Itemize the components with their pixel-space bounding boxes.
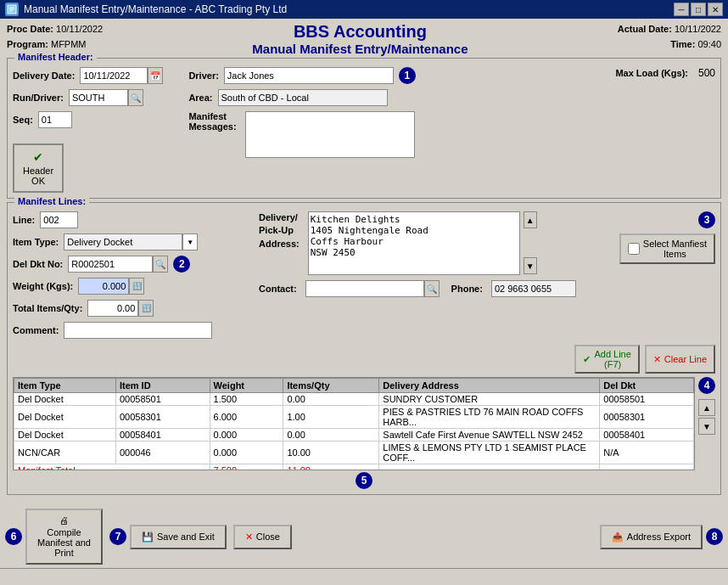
- add-line-button[interactable]: ✔ Add Line(F7): [574, 345, 639, 374]
- header-ok-button[interactable]: ✔ HeaderOK: [13, 143, 64, 193]
- compile-manifest-button[interactable]: 🖨 CompileManifest andPrint: [25, 509, 103, 565]
- time-value: 09:40: [697, 39, 721, 49]
- line-input[interactable]: [40, 211, 78, 228]
- del-dkt-search-button[interactable]: 🔍: [153, 256, 168, 273]
- cell-items-qty: 0.00: [283, 393, 379, 406]
- close-button-footer[interactable]: ✕ Close: [233, 525, 292, 549]
- checkmark-icon: ✔: [33, 150, 43, 164]
- item-type-dropdown-button[interactable]: ▼: [182, 233, 198, 250]
- program-value: MFPMM: [51, 39, 87, 49]
- address-scroll-up[interactable]: ▲: [524, 211, 537, 228]
- contact-label: Contact:: [259, 284, 297, 294]
- delivery-date-input[interactable]: [80, 67, 148, 84]
- badge-1: 1: [399, 67, 416, 84]
- manifest-messages-label: ManifestMessages:: [188, 111, 236, 132]
- actual-date-label: Actual Date:: [618, 24, 672, 34]
- total-dkt-empty: [600, 464, 694, 471]
- cell-delivery-address: PIES & PASTRIES LTD 76 MAIN ROAD COFFS H…: [379, 406, 600, 429]
- cell-del-dkt: 00058301: [600, 406, 694, 429]
- manifest-header-title: Manifest Header:: [14, 52, 97, 62]
- total-items-calc-button[interactable]: 🔢: [138, 300, 154, 317]
- badge-7: 7: [109, 528, 126, 545]
- cell-delivery-address: SUNDRY CUSTOMER: [379, 393, 600, 406]
- top-right-info: Actual Date: 10/11/2022 Time: 09:40: [618, 22, 721, 52]
- area-label: Area:: [188, 93, 212, 103]
- driver-input[interactable]: [224, 67, 394, 84]
- cell-weight: 0.000: [210, 429, 283, 442]
- cell-item-id: 00058301: [115, 406, 210, 429]
- total-address-empty: [379, 464, 600, 471]
- manifest-header-group: Manifest Header: Delivery Date: 📅 Run/Dr…: [7, 58, 721, 199]
- manifest-lines-group: Manifest Lines: Line: Item Type:: [7, 202, 721, 495]
- manifest-lines-title: Manifest Lines:: [14, 196, 89, 206]
- calendar-button[interactable]: 📅: [148, 67, 163, 84]
- table-row[interactable]: Del Docket 00058501 1.500 0.00 SUNDRY CU…: [14, 393, 694, 406]
- col-item-id: Item ID: [115, 379, 210, 393]
- scroll-down-button[interactable]: ▼: [698, 418, 715, 435]
- compile-label: CompileManifest andPrint: [37, 527, 91, 558]
- select-manifest-button[interactable]: Select ManfiestItems: [619, 233, 715, 264]
- cell-item-id: 000046: [115, 442, 210, 464]
- minimize-button[interactable]: ─: [674, 3, 689, 16]
- cell-item-id: 00058401: [115, 429, 210, 442]
- col-delivery-address: Delivery Address: [379, 379, 600, 393]
- save-exit-button[interactable]: 💾 Save and Exit: [130, 525, 227, 549]
- header-ok-label: HeaderOK: [23, 166, 53, 186]
- cell-del-dkt: N/A: [600, 442, 694, 464]
- max-load-label: Max Load (Kgs):: [615, 68, 688, 78]
- area-input: [218, 89, 388, 106]
- print-icon: 🖨: [59, 515, 69, 526]
- badge-6: 6: [5, 528, 22, 545]
- run-driver-label: Run/Driver:: [13, 93, 64, 103]
- app-subtitle: Manual Manifest Entry/Maintenance: [103, 42, 618, 56]
- total-row: Manifest Total 7.500 11.00: [14, 464, 694, 471]
- badge-5: 5: [356, 472, 372, 489]
- cell-weight: 1.500: [210, 393, 283, 406]
- weight-calc-button[interactable]: 🔢: [129, 278, 144, 295]
- x-icon: ✕: [653, 354, 661, 365]
- select-manifest-checkbox[interactable]: [628, 243, 640, 255]
- cell-delivery-address: LIMES & LEMONS PTY LTD 1 SEAMIST PLACE C…: [379, 442, 600, 464]
- badge-8: 8: [706, 528, 723, 545]
- comment-input[interactable]: [64, 322, 212, 339]
- badge-4: 4: [698, 377, 715, 394]
- footer-bar: 6 🖨 CompileManifest andPrint 7 💾 Save an…: [0, 505, 728, 568]
- address-scroll-down[interactable]: ▼: [524, 257, 537, 274]
- run-driver-search-button[interactable]: 🔍: [128, 89, 143, 106]
- comment-label: Comment:: [13, 325, 59, 335]
- table-row[interactable]: Del Docket 00058401 0.000 0.00 Sawtell C…: [14, 429, 694, 442]
- close-label: Close: [256, 532, 280, 542]
- contact-search-button[interactable]: 🔍: [424, 280, 440, 297]
- proc-date-label: Proc Date:: [7, 24, 53, 34]
- cell-del-dkt: 00058501: [600, 393, 694, 406]
- top-left-info: Proc Date: 10/11/2022 Program: MFPMM: [7, 22, 103, 52]
- export-icon: 📤: [612, 532, 624, 543]
- maximize-button[interactable]: □: [691, 3, 706, 16]
- cell-items-qty: 0.00: [283, 429, 379, 442]
- scroll-up-button[interactable]: ▲: [698, 399, 715, 416]
- manifest-messages-textarea[interactable]: [245, 111, 415, 158]
- total-items-qty: 11.00: [283, 464, 379, 471]
- weight-input[interactable]: [78, 278, 129, 295]
- total-items-label: Total Items/Qty:: [13, 303, 82, 313]
- table-row[interactable]: NCN/CAR 000046 0.000 10.00 LIMES & LEMON…: [14, 442, 694, 464]
- close-button[interactable]: ✕: [708, 3, 723, 16]
- program-label: Program:: [7, 39, 48, 49]
- total-items-input[interactable]: [87, 300, 138, 317]
- app-title: BBS Accounting: [103, 22, 618, 42]
- cell-item-id: 00058501: [115, 393, 210, 406]
- run-driver-input[interactable]: [69, 89, 128, 106]
- seq-input[interactable]: [38, 111, 72, 128]
- driver-label: Driver:: [188, 70, 218, 81]
- weight-label: Weight (Kgs):: [13, 281, 73, 291]
- address-export-button[interactable]: 📤 Address Export: [600, 525, 703, 549]
- contact-input[interactable]: [305, 280, 424, 297]
- title-bar: Manual Manifest Entry/Maintenance - ABC …: [0, 0, 728, 19]
- cell-weight: 6.000: [210, 406, 283, 429]
- clear-line-button[interactable]: ✕ Clear Line: [645, 345, 715, 374]
- save-exit-label: Save and Exit: [157, 532, 215, 542]
- table-row[interactable]: Del Docket 00058301 6.000 1.00 PIES & PA…: [14, 406, 694, 429]
- clear-line-label: Clear Line: [664, 354, 707, 364]
- del-dkt-input[interactable]: [68, 256, 153, 273]
- proc-date-value: 10/11/2022: [56, 24, 103, 34]
